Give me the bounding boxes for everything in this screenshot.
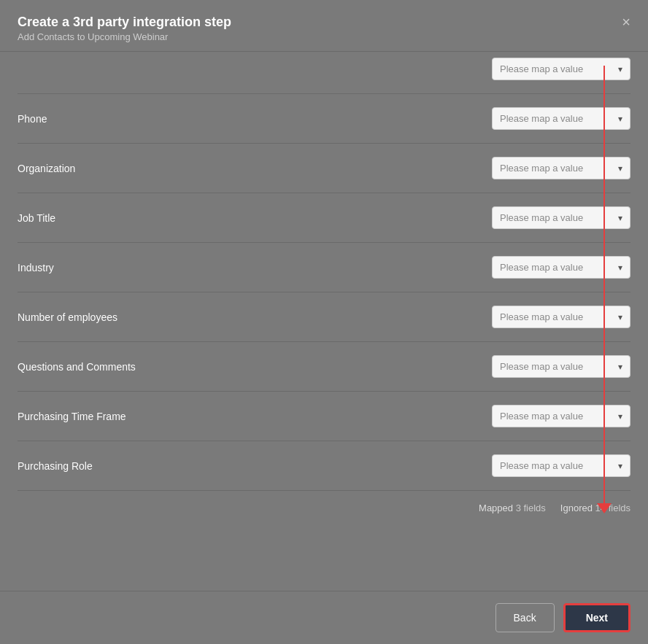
scrollable-content[interactable]: Please map a value ▾ Phone Please map a …	[18, 52, 630, 591]
select-placeholder: Please map a value	[500, 113, 614, 124]
ignored-label: Ignored	[560, 503, 593, 513]
field-row: Job Title Please map a value ▾	[18, 193, 630, 243]
field-row: Please map a value ▾	[18, 52, 630, 94]
status-summary: Mapped 3 fields Ignored 14 fields	[18, 491, 630, 519]
chevron-down-icon: ▾	[618, 411, 622, 422]
modal-subtitle: Add Contacts to Upcoming Webinar	[18, 31, 630, 42]
close-button[interactable]: ×	[619, 12, 633, 32]
field-label-organization: Organization	[18, 163, 492, 174]
field-row: Industry Please map a value ▾	[18, 243, 630, 292]
back-button[interactable]: Back	[495, 603, 555, 632]
field-select-organization[interactable]: Please map a value ▾	[492, 157, 630, 179]
field-select-phone[interactable]: Please map a value ▾	[492, 107, 630, 130]
field-select-questions[interactable]: Please map a value ▾	[492, 355, 630, 378]
chevron-down-icon: ▾	[618, 461, 622, 471]
field-label-purchasing-time: Purchasing Time Frame	[18, 411, 492, 422]
field-row: Phone Please map a value ▾	[18, 94, 630, 144]
field-label-phone: Phone	[18, 113, 492, 125]
select-placeholder: Please map a value	[500, 460, 614, 471]
ignored-status: Ignored 14 fields	[560, 503, 630, 513]
field-row: Purchasing Role Please map a value ▾	[18, 441, 630, 491]
field-label-industry: Industry	[18, 262, 492, 273]
ignored-count: 14 fields	[595, 503, 630, 513]
modal-footer: Back Next	[0, 591, 648, 644]
select-placeholder: Please map a value	[500, 361, 614, 372]
select-placeholder: Please map a value	[500, 163, 614, 174]
field-row: Questions and Comments Please map a valu…	[18, 342, 630, 392]
modal-header: Create a 3rd party integration step Add …	[0, 0, 648, 52]
field-row: Organization Please map a value ▾	[18, 144, 630, 193]
modal-container: Create a 3rd party integration step Add …	[0, 0, 648, 644]
mapped-count: 3 fields	[516, 503, 546, 513]
chevron-down-icon: ▾	[618, 114, 622, 124]
field-select-employees[interactable]: Please map a value ▾	[492, 306, 630, 328]
field-label-questions: Questions and Comments	[18, 361, 492, 373]
modal-title: Create a 3rd party integration step	[18, 15, 630, 30]
select-placeholder: Please map a value	[500, 311, 614, 322]
mapped-status: Mapped 3 fields	[479, 503, 546, 513]
select-placeholder: Please map a value	[500, 63, 614, 74]
chevron-down-icon: ▾	[618, 312, 622, 322]
next-button[interactable]: Next	[563, 603, 630, 632]
chevron-down-icon: ▾	[618, 362, 622, 372]
field-select-purchasing-time[interactable]: Please map a value ▾	[492, 405, 630, 427]
field-row: Purchasing Time Frame Please map a value…	[18, 392, 630, 441]
field-label-job-title: Job Title	[18, 212, 492, 224]
chevron-down-icon: ▾	[618, 263, 622, 273]
select-placeholder: Please map a value	[500, 262, 614, 273]
field-select-top[interactable]: Please map a value ▾	[492, 58, 630, 80]
modal-body: Please map a value ▾ Phone Please map a …	[0, 52, 648, 591]
field-select-purchasing-role[interactable]: Please map a value ▾	[492, 454, 630, 477]
close-icon: ×	[622, 14, 630, 30]
select-placeholder: Please map a value	[500, 212, 614, 223]
field-label-employees: Number of employees	[18, 311, 492, 323]
select-placeholder: Please map a value	[500, 411, 614, 422]
field-label-purchasing-role: Purchasing Role	[18, 460, 492, 472]
mapped-label: Mapped	[479, 503, 513, 513]
chevron-down-icon: ▾	[618, 163, 622, 174]
chevron-down-icon: ▾	[618, 213, 622, 223]
field-select-industry[interactable]: Please map a value ▾	[492, 256, 630, 279]
field-select-job-title[interactable]: Please map a value ▾	[492, 206, 630, 229]
chevron-down-icon: ▾	[618, 64, 622, 74]
field-row: Number of employees Please map a value ▾	[18, 292, 630, 342]
